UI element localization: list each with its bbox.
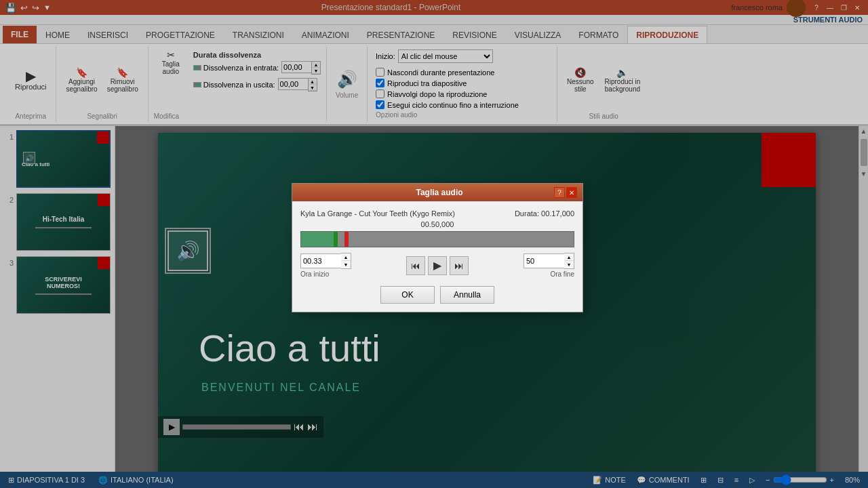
undo-icon[interactable]: ↩ <box>20 3 28 13</box>
view-normal-btn[interactable]: ⊞ <box>698 475 709 485</box>
audio-prev-btn[interactable]: ⏮ <box>294 421 304 433</box>
dialog-help-btn[interactable]: ? <box>554 187 565 198</box>
waveform-track[interactable] <box>300 231 574 247</box>
check-ciclo-row: Esegui ciclo continuo fino a interruzion… <box>376 100 549 109</box>
inizio-select[interactable]: Al clic del mouse <box>398 49 493 63</box>
dissolvenza-uscita-spin[interactable]: ▲▼ <box>308 78 317 92</box>
slide-thumb-1[interactable]: 1 Ciao a tutti 🔊 <box>3 129 112 189</box>
audio-element-wrap: 🔊 <box>165 228 211 274</box>
title-bar: 💾 ↩ ↪ ▼ Presentazione standard1 - PowerP… <box>0 0 868 15</box>
spin-down[interactable]: ▼ <box>312 68 320 74</box>
view-notes-btn[interactable]: ≡ <box>732 475 741 485</box>
tab-progettazione[interactable]: PROGETTAZIONE <box>137 26 224 43</box>
riavvolgi-checkbox[interactable] <box>376 89 384 98</box>
forward-btn[interactable]: ⏭ <box>450 256 469 275</box>
strumenti-audio-label: STRUMENTI AUDIO <box>793 16 863 24</box>
slide-preview-2[interactable]: Hi-Tech Italia <box>16 193 111 251</box>
slide3-preview-title: SCRIVEREVINUMEROS! <box>45 276 82 289</box>
slide-main-red-box <box>762 133 816 187</box>
nascondi-checkbox[interactable] <box>376 68 384 77</box>
view-reading-icon: ▷ <box>749 476 755 485</box>
view-sorter-btn[interactable]: ⊟ <box>715 475 726 485</box>
no-style-icon: 🔇 <box>574 67 586 78</box>
spin-down2[interactable]: ▼ <box>309 85 317 91</box>
slide-thumb-3[interactable]: 3 SCRIVEREVINUMEROS! <box>3 255 112 315</box>
ora-fine-down[interactable]: ▼ <box>564 261 574 268</box>
restore-btn[interactable]: ❐ <box>838 3 849 12</box>
rimuovi-label: Rimuovisegnalibro <box>107 78 138 93</box>
scroll-thumb-v[interactable] <box>861 139 867 166</box>
rimuovi-segnalibro-btn[interactable]: 🔖 Rimuovisegnalibro <box>103 66 142 94</box>
view-reading-btn[interactable]: ▷ <box>747 475 757 485</box>
ora-fine-spin[interactable]: ▲ ▼ <box>564 253 574 269</box>
tab-visualizza[interactable]: VISUALIZZA <box>506 26 570 43</box>
tab-file[interactable]: FILE <box>3 26 37 43</box>
waveform-end-handle[interactable] <box>344 232 349 247</box>
slide-preview-3[interactable]: SCRIVEREVINUMEROS! <box>16 256 111 314</box>
language-btn[interactable]: 🌐 ITALIANO (ITALIA) <box>96 475 176 485</box>
riproduci-btn[interactable]: ▶ Riproduci <box>11 68 50 92</box>
bg-play-icon: 🔈 <box>616 67 628 78</box>
zoom-range[interactable] <box>773 474 827 485</box>
dissolvenza-entrata-spin[interactable]: ▲▼ <box>311 61 321 75</box>
comments-btn[interactable]: 💬 COMMENTI <box>634 475 692 485</box>
tab-revisione[interactable]: REVISIONE <box>443 26 505 43</box>
ora-fine-up[interactable]: ▲ <box>564 253 574 261</box>
play-btn[interactable]: ▶ <box>428 256 447 275</box>
audio-controls: ▶ ⏮ ⏭ <box>158 416 323 438</box>
ok-btn[interactable]: OK <box>380 286 435 304</box>
tab-animazioni[interactable]: ANIMAZIONI <box>293 26 358 43</box>
ora-inizio-input[interactable] <box>300 253 341 268</box>
audio-seek-bar[interactable] <box>182 424 291 430</box>
ciclo-checkbox[interactable] <box>376 100 384 109</box>
zoom-slider[interactable]: − + <box>763 474 837 486</box>
nessuno-stile-btn[interactable]: 🔇 Nessunostile <box>563 66 597 94</box>
view-normal-icon: ⊞ <box>701 476 707 485</box>
opzioni-audio-label: Opzioni audio <box>376 111 549 119</box>
dissolvenza-uscita-row: Dissolvenza in uscita: ▲▼ <box>193 78 321 92</box>
slide1-audio-icon: 🔊 <box>23 152 35 164</box>
slide-thumb-2[interactable]: 2 Hi-Tech Italia <box>3 192 112 252</box>
background-btn[interactable]: 🔈 Riproduci inbackground <box>601 66 645 94</box>
group-volume: 🔊 Volume <box>327 47 368 121</box>
ora-inizio-spin[interactable]: ▲ ▼ <box>341 253 351 269</box>
taglia-audio-btn[interactable]: ✂ Tagliaaudio <box>154 48 188 77</box>
language-icon: 🌐 <box>98 476 108 485</box>
ora-inizio-down[interactable]: ▼ <box>341 261 351 268</box>
tab-home[interactable]: HOME <box>37 26 79 43</box>
zoom-level[interactable]: 80% <box>842 475 863 485</box>
dialog-close-btn[interactable]: ✕ <box>566 187 577 198</box>
save-icon[interactable]: 💾 <box>5 3 16 13</box>
customize-icon[interactable]: ▼ <box>43 3 51 12</box>
dissolvenza-entrata-input[interactable] <box>281 61 311 73</box>
group-anteprima: ▶ Riproduci Anteprima <box>5 47 56 121</box>
ora-inizio-up[interactable]: ▲ <box>341 253 351 261</box>
aggiungi-segnalibro-btn[interactable]: 🔖 Aggiungisegnalibro <box>62 66 101 94</box>
close-btn[interactable]: ✕ <box>852 3 863 12</box>
spin-up2[interactable]: ▲ <box>309 79 317 85</box>
spin-up[interactable]: ▲ <box>312 62 320 68</box>
tab-inserisci[interactable]: INSERISCI <box>79 26 137 43</box>
audio-next-btn[interactable]: ⏭ <box>307 421 318 433</box>
tab-riproduzione[interactable]: RIPRODUZIONE <box>627 26 707 43</box>
waveform-start-handle[interactable] <box>334 232 338 247</box>
audio-play-btn[interactable]: ▶ <box>163 419 180 435</box>
tab-formato[interactable]: FORMATO <box>570 26 627 43</box>
tab-presentazione[interactable]: PRESENTAZIONE <box>358 26 443 43</box>
tab-transizioni[interactable]: TRANSIZIONI <box>224 26 293 43</box>
group-stili-audio: 🔇 Nessunostile 🔈 Riproduci inbackground … <box>557 47 650 121</box>
dissolvenza-uscita-input[interactable] <box>278 78 308 90</box>
annulla-btn[interactable]: Annulla <box>440 286 494 304</box>
minimize-btn[interactable]: — <box>825 3 835 12</box>
notes-btn[interactable]: 📝 NOTE <box>590 475 629 485</box>
riproduci-tra-checkbox[interactable] <box>376 79 384 87</box>
slide-preview-1[interactable]: Ciao a tutti 🔊 <box>16 130 111 188</box>
ora-fine-input[interactable] <box>524 253 564 268</box>
ora-inizio-group: ▲ ▼ Ora inizio <box>300 253 351 278</box>
help-btn[interactable]: ? <box>811 3 822 12</box>
scroll-down-arrow[interactable]: ▼ <box>859 169 868 179</box>
slide-info-text: DIAPOSITIVA 1 DI 3 <box>17 476 85 484</box>
scroll-up-arrow[interactable]: ▲ <box>859 126 868 136</box>
rewind-btn[interactable]: ⏮ <box>406 256 425 275</box>
redo-icon[interactable]: ↪ <box>32 3 39 13</box>
